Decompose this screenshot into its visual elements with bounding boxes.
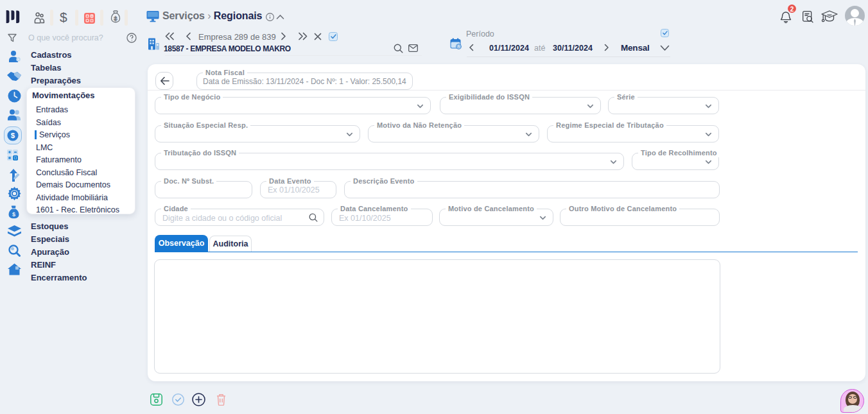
svg-text:$: $	[114, 15, 117, 22]
svg-text:$: $	[11, 132, 15, 139]
svg-text:$: $	[12, 211, 15, 218]
